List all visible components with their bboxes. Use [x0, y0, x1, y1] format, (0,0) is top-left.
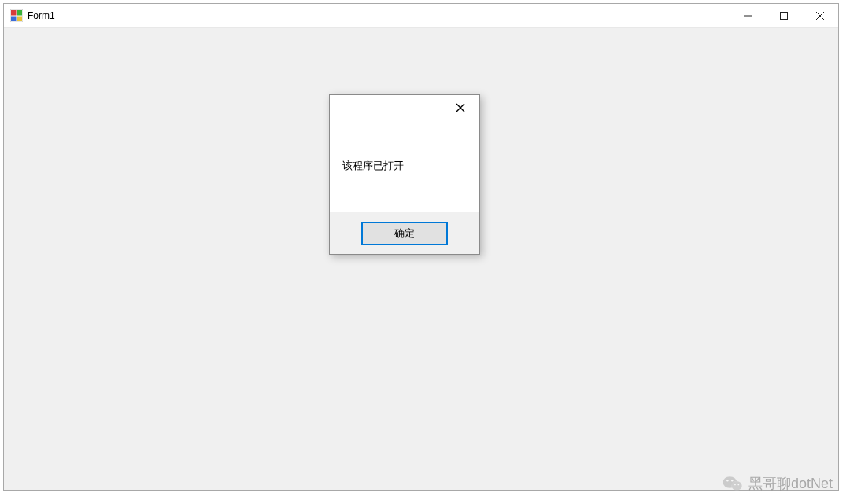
message-box-footer: 确定 — [330, 212, 479, 254]
svg-rect-1 — [11, 10, 17, 16]
svg-point-13 — [731, 481, 741, 491]
titlebar-controls — [730, 4, 838, 27]
watermark: 黑哥聊dotNet — [722, 474, 833, 493]
message-box-body: 该程序已打开 — [330, 120, 479, 212]
svg-point-17 — [737, 484, 739, 486]
wechat-icon — [722, 475, 744, 492]
svg-point-15 — [731, 480, 733, 481]
svg-rect-3 — [11, 16, 17, 21]
svg-point-14 — [726, 480, 728, 481]
ok-button[interactable]: 确定 — [361, 222, 448, 245]
ok-button-label: 确定 — [394, 226, 415, 241]
message-box-titlebar — [330, 95, 479, 120]
titlebar: Form1 — [4, 4, 838, 28]
minimize-button[interactable] — [730, 4, 766, 27]
message-box-close-button[interactable] — [445, 97, 476, 119]
watermark-text: 黑哥聊dotNet — [748, 474, 833, 493]
message-box: 该程序已打开 确定 — [329, 94, 480, 255]
message-box-text: 该程序已打开 — [342, 159, 404, 173]
svg-rect-4 — [17, 16, 23, 21]
svg-rect-6 — [781, 12, 788, 19]
maximize-button[interactable] — [766, 4, 802, 27]
close-button[interactable] — [802, 4, 838, 27]
svg-rect-2 — [17, 10, 23, 16]
window-title: Form1 — [28, 10, 730, 21]
app-icon — [10, 9, 23, 22]
svg-point-16 — [734, 484, 736, 486]
